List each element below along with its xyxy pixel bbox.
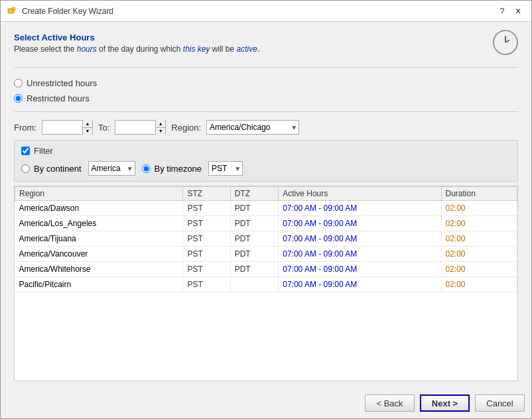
footer: < Back Next > Cancel <box>1 388 531 418</box>
from-label: From: <box>14 123 36 133</box>
unrestricted-radio[interactable] <box>14 79 23 88</box>
cell-dtz: PDT <box>230 262 279 277</box>
cell-duration: 02:00 <box>441 247 517 262</box>
filter-label[interactable]: Filter <box>34 146 53 156</box>
continent-select[interactable]: America Europe Asia Pacific Africa <box>92 164 132 173</box>
page-title: Select Active Hours <box>14 32 259 42</box>
cell-region: America/Tijuana <box>15 231 183 247</box>
cell-dtz: PDT <box>230 231 279 247</box>
timezone-radio[interactable] <box>142 164 151 173</box>
col-active-hours: Active Hours <box>279 187 441 201</box>
from-time-input[interactable]: 9:00 AM <box>42 121 82 134</box>
to-label: To: <box>98 123 109 133</box>
cancel-button[interactable]: Cancel <box>475 394 525 412</box>
regions-table-container: Region STZ DTZ Active Hours Duration Ame… <box>14 186 518 381</box>
svg-point-2 <box>13 8 15 9</box>
table-row[interactable]: America/Tijuana PST PDT 07:00 AM - 09:00… <box>15 231 517 247</box>
title-bar: Create Folder Key Wizard ? ✕ <box>1 1 531 22</box>
continent-select-wrapper[interactable]: America Europe Asia Pacific Africa ▼ <box>88 161 135 176</box>
cell-stz: PST <box>183 262 230 277</box>
separator-1 <box>14 67 518 68</box>
continent-radio-label: By continent <box>34 164 82 174</box>
filter-section: Filter By continent America Europe Asia … <box>14 140 518 182</box>
back-button[interactable]: < Back <box>365 394 415 412</box>
cell-duration: 02:00 <box>441 277 517 292</box>
help-button[interactable]: ? <box>496 5 509 18</box>
header-section: Select Active Hours Please select the ho… <box>14 32 518 55</box>
cell-hours: 07:00 AM - 09:00 AM <box>279 201 441 216</box>
window-title: Create Folder Key Wizard <box>22 7 113 16</box>
to-time-up-btn[interactable]: ▲ <box>156 120 165 128</box>
table-header-row: Region STZ DTZ Active Hours Duration <box>15 187 517 201</box>
table-row[interactable]: Pacific/Pitcairn PST 07:00 AM - 09:00 AM… <box>15 277 517 292</box>
region-label: Region: <box>171 123 201 133</box>
cell-hours: 07:00 AM - 09:00 AM <box>279 247 441 262</box>
restricted-radio-item[interactable]: Restricted hours <box>14 93 518 103</box>
cell-region: America/Dawson <box>15 201 183 216</box>
cell-duration: 02:00 <box>441 216 517 231</box>
to-time-down-btn[interactable]: ▼ <box>156 128 165 135</box>
cell-dtz <box>230 277 279 292</box>
table-row[interactable]: America/Vancouver PST PDT 07:00 AM - 09:… <box>15 247 517 262</box>
cell-stz: PST <box>183 247 230 262</box>
timezone-select[interactable]: PST PDT EST EDT CST CDT MST MDT <box>212 164 239 173</box>
content-area: Select Active Hours Please select the ho… <box>1 22 531 388</box>
col-dtz: DTZ <box>230 187 279 201</box>
cell-hours: 07:00 AM - 09:00 AM <box>279 231 441 247</box>
unrestricted-label: Unrestricted hours <box>27 78 97 88</box>
to-time-spinner-btns: ▲ ▼ <box>155 120 165 135</box>
wizard-window: Create Folder Key Wizard ? ✕ Select Acti… <box>0 0 532 419</box>
filter-row: By continent America Europe Asia Pacific… <box>21 161 511 176</box>
filter-header: Filter <box>21 146 511 156</box>
header-text: Select Active Hours Please select the ho… <box>14 32 259 54</box>
next-button[interactable]: Next > <box>420 394 470 412</box>
regions-table: Region STZ DTZ Active Hours Duration Ame… <box>15 186 517 292</box>
timezone-select-wrapper[interactable]: PST PDT EST EDT CST CDT MST MDT ▼ <box>208 161 243 176</box>
region-select-wrapper[interactable]: America/Chicago America/New_York America… <box>206 120 299 135</box>
cell-duration: 02:00 <box>441 262 517 277</box>
cell-stz: PST <box>183 201 230 216</box>
cell-stz: PST <box>183 231 230 247</box>
from-time-down-btn[interactable]: ▼ <box>83 128 92 135</box>
cell-region: America/Whitehorse <box>15 262 183 277</box>
from-time-spinner-btns: ▲ ▼ <box>82 120 92 135</box>
table-row[interactable]: America/Dawson PST PDT 07:00 AM - 09:00 … <box>15 201 517 216</box>
cell-duration: 02:00 <box>441 231 517 247</box>
title-bar-left: Create Folder Key Wizard <box>7 6 113 17</box>
clock-icon <box>493 30 518 55</box>
table-row[interactable]: America/Whitehorse PST PDT 07:00 AM - 09… <box>15 262 517 277</box>
from-time-up-btn[interactable]: ▲ <box>83 120 92 128</box>
continent-radio[interactable] <box>21 164 30 173</box>
timezone-radio-item[interactable]: By timezone <box>142 164 202 174</box>
to-time-spinner[interactable]: 11:00 AM ▲ ▼ <box>115 120 166 135</box>
folder-key-icon <box>7 6 18 17</box>
cell-dtz: PDT <box>230 247 279 262</box>
col-duration: Duration <box>441 187 517 201</box>
cell-dtz: PDT <box>230 201 279 216</box>
timezone-radio-label: By timezone <box>155 164 202 174</box>
hours-radio-group: Unrestricted hours Restricted hours <box>14 73 518 109</box>
unrestricted-radio-item[interactable]: Unrestricted hours <box>14 78 518 88</box>
from-time-spinner[interactable]: 9:00 AM ▲ ▼ <box>42 120 93 135</box>
cell-region: America/Vancouver <box>15 247 183 262</box>
cell-hours: 07:00 AM - 09:00 AM <box>279 216 441 231</box>
restricted-radio[interactable] <box>14 94 23 103</box>
cell-dtz: PDT <box>230 216 279 231</box>
filter-checkbox[interactable] <box>21 147 30 155</box>
cell-hours: 07:00 AM - 09:00 AM <box>279 277 441 292</box>
region-select[interactable]: America/Chicago America/New_York America… <box>210 123 296 132</box>
close-button[interactable]: ✕ <box>511 5 525 18</box>
page-description: Please select the hours of the day durin… <box>14 44 259 54</box>
time-row: From: 9:00 AM ▲ ▼ To: 11:00 AM ▲ ▼ Regio… <box>14 117 518 140</box>
cell-stz: PST <box>183 277 230 292</box>
continent-radio-item[interactable]: By continent <box>21 164 82 174</box>
table-row[interactable]: America/Los_Angeles PST PDT 07:00 AM - 0… <box>15 216 517 231</box>
to-time-input[interactable]: 11:00 AM <box>115 121 155 134</box>
cell-hours: 07:00 AM - 09:00 AM <box>279 262 441 277</box>
separator-2 <box>14 111 518 112</box>
cell-duration: 02:00 <box>441 201 517 216</box>
restricted-label: Restricted hours <box>27 93 90 103</box>
table-body: America/Dawson PST PDT 07:00 AM - 09:00 … <box>15 201 517 292</box>
cell-region: America/Los_Angeles <box>15 216 183 231</box>
table-wrapper[interactable]: Region STZ DTZ Active Hours Duration Ame… <box>15 186 517 381</box>
